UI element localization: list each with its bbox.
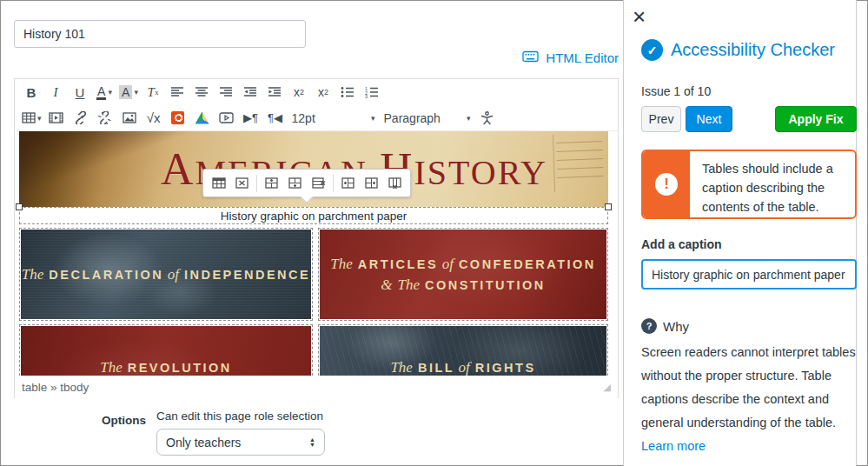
learn-more-link[interactable]: Learn more [641,439,706,453]
insert-row-above-button[interactable] [260,172,283,194]
bill-of-rights-image: TheBILL ofRIGHTS [320,326,606,376]
table-button[interactable]: ▾ [20,108,43,129]
clear-formatting-button[interactable]: Tx [142,82,164,103]
role-select[interactable]: Only teachers ▲▼ [156,429,325,456]
insert-column-after-button[interactable] [360,172,383,194]
numbered-list-button[interactable]: 123 [361,82,383,103]
superscript-button[interactable]: x2 [288,82,310,103]
chevron-down-icon: ▾ [108,88,112,97]
page-title-input[interactable] [14,20,306,48]
indent-button[interactable] [263,82,286,103]
svg-text:3: 3 [365,94,368,98]
issue-counter: Issue 1 of 10 [641,84,711,98]
keyboard-icon [522,50,539,65]
insert-row-below-button[interactable] [283,172,307,194]
history-table: History graphic on parchment paper TheDE… [19,207,608,376]
table-cell-declaration[interactable]: TheDECLARATION ofINDEPENDENCE [19,228,313,321]
insert-column-before-button[interactable] [336,172,360,194]
toolbar-divider [333,175,334,192]
caption-input[interactable] [641,259,857,290]
office365-icon[interactable] [167,108,189,129]
delete-row-button[interactable] [307,172,330,194]
align-right-button[interactable] [215,82,237,103]
google-drive-icon[interactable] [191,108,214,129]
delete-table-button[interactable] [230,172,254,194]
issue-warning-box: ! Tables should include a caption descri… [641,150,857,219]
delete-column-button[interactable] [383,172,407,194]
editor-toolbar-row2: ▾ √x ▶¶ ¶◀ 12pt▾ Paragraph▾ [15,105,618,131]
italic-button[interactable]: I [44,82,67,103]
canvas-page-editor: { "page": { "title_value": "History 101"… [0,0,868,466]
add-caption-label: Add a caption [641,237,722,251]
link-icon[interactable] [70,108,92,129]
exclamation-icon: ! [655,173,678,196]
table-resize-handle-topleft[interactable] [16,203,23,210]
chevron-down-icon: ▾ [371,114,375,123]
apply-fix-button[interactable]: Apply Fix [775,106,857,132]
check-circle-icon: ✓ [641,39,663,61]
outdent-button[interactable] [239,82,262,103]
equation-button[interactable]: √x [142,108,165,129]
options-label: Options [102,414,146,427]
why-description: Screen readers cannot interpret tables w… [641,341,858,458]
warning-icon-block: ! [643,151,690,217]
chevron-down-icon: ▾ [134,88,138,97]
table-cell-articles[interactable]: TheARTICLES ofCONFEDERATION &TheCONSTITU… [318,228,608,321]
chevron-down-icon: ▾ [37,114,42,123]
html-editor-label: HTML Editor [546,50,619,65]
ltr-direction-button[interactable]: ▶¶ [240,108,262,129]
declaration-of-independence-image: TheDECLARATION ofINDEPENDENCE [21,230,311,319]
font-size-select[interactable]: 12pt▾ [288,111,379,125]
issue-nav-buttons: Prev Next Apply Fix [641,106,857,132]
align-left-button[interactable] [166,82,189,103]
media-button[interactable] [45,108,68,129]
next-button[interactable]: Next [686,106,732,132]
select-arrows-icon: ▲▼ [309,437,315,448]
table-resize-handle-topright[interactable] [605,203,612,210]
table-caption[interactable]: History graphic on parchment paper [19,207,608,224]
warning-message: Tables should include a caption describi… [690,151,855,217]
table-context-toolbar [202,169,411,197]
why-label: Why [663,319,689,334]
table-cell-bill-of-rights[interactable]: TheBILL ofRIGHTS [318,324,608,376]
editor-resize-grip[interactable]: ◢ [604,382,611,393]
accessibility-checker-button[interactable] [476,108,499,129]
articles-of-confederation-image: TheARTICLES ofCONFEDERATION &TheCONSTITU… [320,230,606,319]
role-select-value: Only teachers [166,436,241,449]
table-properties-button[interactable] [207,172,230,194]
align-center-button[interactable] [190,82,213,103]
media-embed-button[interactable] [215,108,238,129]
paragraph-format-select[interactable]: Paragraph▾ [381,111,474,125]
chevron-down-icon: ▾ [467,114,471,123]
bold-button[interactable]: B [20,82,43,103]
panel-title: Accessibility Checker [671,40,835,60]
table-cell-revolution[interactable]: TheREVOLUTION [19,324,313,376]
bullet-list-button[interactable] [336,82,359,103]
editor-content-area: AMERICAN HISTORY History graphic on parc… [15,131,618,376]
why-section-header: ? Why [641,318,689,334]
html-editor-row: HTML Editor [14,50,619,65]
background-color-button[interactable]: A▾ [117,82,140,103]
role-selection-label: Can edit this page role selection [156,409,323,423]
panel-header: ✓ Accessibility Checker [641,39,835,61]
question-icon: ? [641,318,657,334]
close-icon[interactable]: × [633,5,646,28]
prev-button[interactable]: Prev [641,106,681,132]
accessibility-checker-panel: × ✓ Accessibility Checker Issue 1 of 10 … [623,0,857,466]
editor-toolbar-row1: B I U A▾ A▾ Tx x2 x2 123 [15,79,618,105]
subscript-button[interactable]: x2 [312,82,335,103]
text-color-button[interactable]: A▾ [93,82,116,103]
handwriting-decoration [553,133,606,192]
rtl-direction-button[interactable]: ¶◀ [264,108,287,129]
unlink-icon[interactable] [94,108,116,129]
html-editor-link[interactable]: HTML Editor [522,50,619,65]
image-button[interactable] [118,108,141,129]
element-path: table » tbody [22,381,89,394]
underline-button[interactable]: U [69,82,91,103]
toolbar-divider [256,175,257,192]
rich-content-editor: B I U A▾ A▾ Tx x2 x2 123 ▾ √x ▶¶ ¶◀ 12pt… [14,78,619,398]
revolution-image: TheREVOLUTION [21,326,311,376]
editor-status-bar: table » tbody ◢ [15,376,618,398]
